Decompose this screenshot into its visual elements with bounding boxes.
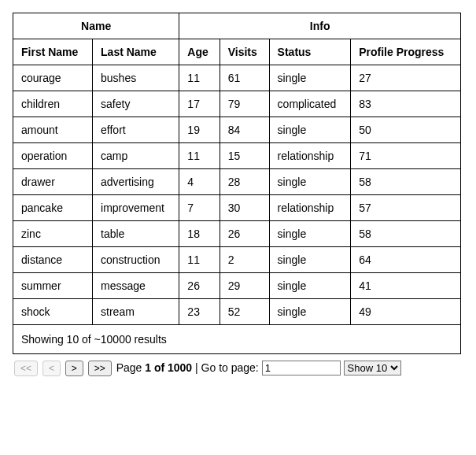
last-page-button[interactable]: >> <box>88 361 112 376</box>
goto-label: Go to page: <box>201 361 262 374</box>
cell-progress: 50 <box>351 117 461 143</box>
cell-age: 17 <box>179 91 220 117</box>
cell-status: single <box>269 117 351 143</box>
cell-last: bushes <box>93 65 179 91</box>
cell-last: advertising <box>93 169 179 195</box>
cell-first: distance <box>13 247 93 273</box>
cell-last: construction <box>93 247 179 273</box>
cell-last: improvement <box>93 195 179 221</box>
pagination-bar: << < > >> Page 1 of 1000 | Go to page: S… <box>13 354 461 383</box>
cell-progress: 71 <box>351 143 461 169</box>
cell-first: drawer <box>13 169 93 195</box>
page-label-prefix: Page <box>116 361 146 374</box>
cell-first: zinc <box>13 221 93 247</box>
col-age: Age <box>179 39 220 65</box>
cell-first: children <box>13 91 93 117</box>
table-row: amounteffort1984single50 <box>13 117 461 143</box>
cell-visits: 61 <box>220 65 269 91</box>
cell-age: 18 <box>179 221 220 247</box>
next-page-button[interactable]: > <box>65 361 83 376</box>
first-page-button[interactable]: << <box>14 361 38 376</box>
cell-first: operation <box>13 143 93 169</box>
cell-progress: 49 <box>351 299 461 325</box>
cell-status: relationship <box>269 195 351 221</box>
cell-visits: 29 <box>220 273 269 299</box>
cell-last: safety <box>93 91 179 117</box>
col-progress: Profile Progress <box>351 39 461 65</box>
col-last-name: Last Name <box>93 39 179 65</box>
cell-status: complicated <box>269 91 351 117</box>
cell-visits: 79 <box>220 91 269 117</box>
cell-visits: 30 <box>220 195 269 221</box>
cell-status: single <box>269 273 351 299</box>
cell-age: 7 <box>179 195 220 221</box>
cell-progress: 27 <box>351 65 461 91</box>
cell-last: stream <box>93 299 179 325</box>
cell-first: shock <box>13 299 93 325</box>
cell-progress: 41 <box>351 273 461 299</box>
cell-visits: 15 <box>220 143 269 169</box>
cell-visits: 84 <box>220 117 269 143</box>
cell-last: message <box>93 273 179 299</box>
table-row: zinctable1826single58 <box>13 221 461 247</box>
goto-page-input[interactable] <box>262 361 341 375</box>
prev-page-button[interactable]: < <box>42 361 61 376</box>
cell-first: summer <box>13 273 93 299</box>
table-row: draweradvertising428single58 <box>13 169 461 195</box>
cell-progress: 57 <box>351 195 461 221</box>
col-first-name: First Name <box>13 39 93 65</box>
cell-age: 4 <box>179 169 220 195</box>
cell-progress: 58 <box>351 221 461 247</box>
cell-age: 19 <box>179 117 220 143</box>
cell-age: 11 <box>179 143 220 169</box>
cell-status: single <box>269 221 351 247</box>
cell-visits: 26 <box>220 221 269 247</box>
col-group-name: Name <box>13 13 179 39</box>
cell-status: relationship <box>269 143 351 169</box>
table-row: childrensafety1779complicated83 <box>13 91 461 117</box>
page-info: Page 1 of 1000 | Go to page: <box>116 361 344 374</box>
page-current: 1 of 1000 <box>145 361 192 374</box>
cell-visits: 28 <box>220 169 269 195</box>
cell-age: 11 <box>179 247 220 273</box>
table-row: shockstream2352single49 <box>13 299 461 325</box>
table-row: couragebushes1161single27 <box>13 65 461 91</box>
table-row: pancakeimprovement730relationship57 <box>13 195 461 221</box>
table-row: summermessage2629single41 <box>13 273 461 299</box>
col-visits: Visits <box>220 39 269 65</box>
cell-last: table <box>93 221 179 247</box>
data-table: Name Info First Name Last Name Age Visit… <box>13 13 461 354</box>
cell-progress: 64 <box>351 247 461 273</box>
cell-age: 11 <box>179 65 220 91</box>
table-row: operationcamp1115relationship71 <box>13 143 461 169</box>
col-status: Status <box>269 39 351 65</box>
cell-visits: 2 <box>220 247 269 273</box>
cell-first: amount <box>13 117 93 143</box>
results-summary: Showing 10 of ~10000 results <box>13 325 461 354</box>
cell-last: camp <box>93 143 179 169</box>
cell-age: 26 <box>179 273 220 299</box>
page-separator: | <box>192 361 201 374</box>
table-row: distanceconstruction112single64 <box>13 247 461 273</box>
cell-progress: 58 <box>351 169 461 195</box>
cell-age: 23 <box>179 299 220 325</box>
cell-first: courage <box>13 65 93 91</box>
cell-last: effort <box>93 117 179 143</box>
cell-progress: 83 <box>351 91 461 117</box>
col-group-info: Info <box>179 13 461 39</box>
cell-status: single <box>269 169 351 195</box>
cell-first: pancake <box>13 195 93 221</box>
cell-status: single <box>269 299 351 325</box>
cell-visits: 52 <box>220 299 269 325</box>
cell-status: single <box>269 65 351 91</box>
page-size-select[interactable]: Show 10Show 20Show 30Show 40Show 50 <box>344 361 401 375</box>
cell-status: single <box>269 247 351 273</box>
